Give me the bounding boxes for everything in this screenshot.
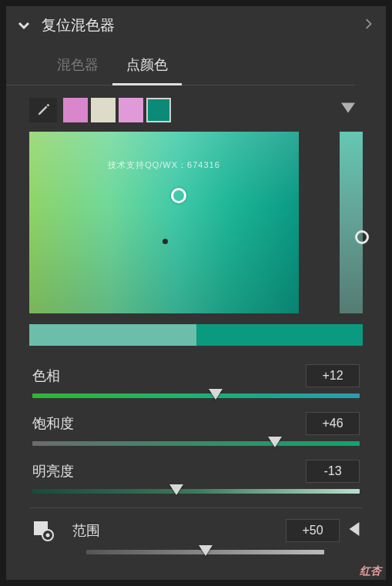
slider-saturation: 饱和度 +46 xyxy=(32,412,360,446)
color-field[interactable]: 技术支持QQ/WX：674316 xyxy=(29,132,299,313)
tab-point-color[interactable]: 点颜色 xyxy=(112,48,182,85)
compare-after xyxy=(196,324,364,346)
hue-track[interactable] xyxy=(32,393,360,398)
panel-title: 复位混色器 xyxy=(42,15,115,35)
sat-label: 饱和度 xyxy=(32,414,74,433)
swatch-4[interactable] xyxy=(146,98,171,122)
range-track[interactable] xyxy=(86,550,324,554)
color-dot-marker xyxy=(162,239,168,244)
chevron-left-icon[interactable] xyxy=(349,522,360,539)
light-track[interactable] xyxy=(32,489,360,494)
swatch-1[interactable] xyxy=(63,98,88,122)
sat-value[interactable]: +46 xyxy=(306,412,360,435)
range-label: 范围 xyxy=(72,521,286,540)
hue-value[interactable]: +12 xyxy=(306,364,360,387)
light-handle[interactable] xyxy=(169,484,183,495)
watermark-text: 技术支持QQ/WX：674316 xyxy=(108,159,220,171)
hue-label: 色相 xyxy=(32,367,60,385)
color-picker-wrap: 技术支持QQ/WX：674316 xyxy=(6,132,386,313)
range-value[interactable]: +50 xyxy=(286,519,340,542)
light-label: 明亮度 xyxy=(32,462,74,481)
dropdown-icon[interactable] xyxy=(341,102,355,116)
sat-track[interactable] xyxy=(32,441,360,446)
eyedropper-button[interactable] xyxy=(29,98,57,122)
sat-handle[interactable] xyxy=(268,437,282,447)
slider-lightness: 明亮度 -13 xyxy=(32,460,360,494)
slider-hue: 色相 +12 xyxy=(32,364,360,398)
light-value[interactable]: -13 xyxy=(306,460,360,483)
chevron-down-icon[interactable] xyxy=(17,18,31,32)
hue-strip[interactable] xyxy=(340,132,363,313)
hue-handle-slider[interactable] xyxy=(209,389,223,400)
hue-handle[interactable] xyxy=(355,230,369,244)
svg-point-2 xyxy=(46,534,50,537)
compare-bar xyxy=(29,324,363,346)
chevron-right-icon[interactable] xyxy=(364,18,372,32)
range-icon[interactable] xyxy=(32,520,54,541)
swatch-row xyxy=(6,85,386,132)
swatch-3[interactable] xyxy=(119,98,143,122)
panel-header: 复位混色器 xyxy=(6,6,386,42)
tab-bar: 混色器 点颜色 xyxy=(6,48,355,85)
color-ring-marker[interactable] xyxy=(171,188,186,203)
swatch-2[interactable] xyxy=(91,98,116,122)
compare-before xyxy=(29,324,196,346)
range-row: 范围 +50 xyxy=(6,519,386,542)
range-handle[interactable] xyxy=(199,545,213,556)
divider xyxy=(29,507,363,508)
tab-mixer[interactable]: 混色器 xyxy=(43,48,112,85)
footer-watermark: 红杏 xyxy=(360,564,381,578)
